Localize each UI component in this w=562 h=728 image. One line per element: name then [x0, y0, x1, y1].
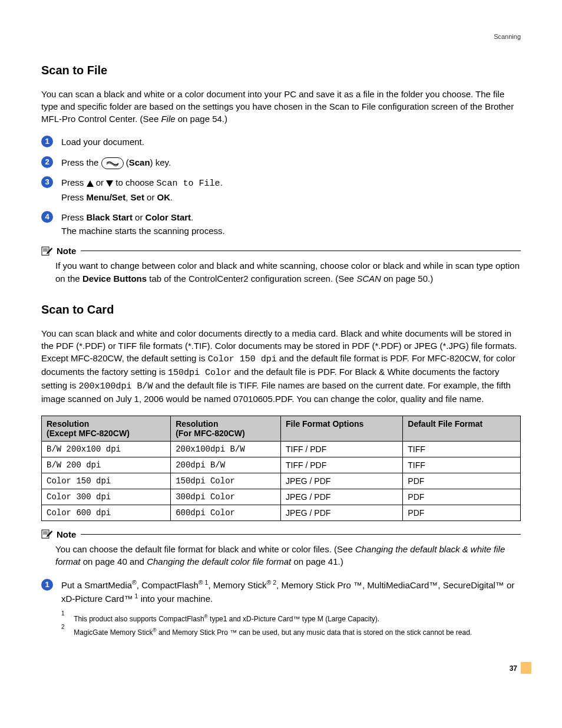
step-number-icon: 2 — [41, 156, 53, 168]
intro-link-file: File — [161, 114, 175, 124]
note-body: If you want to change between color and … — [55, 259, 521, 285]
step-1-text: Load your document. — [61, 137, 144, 147]
th1b: (Except MFC-820CW) — [47, 429, 130, 438]
step-number-icon: 1 — [41, 579, 53, 591]
step-3a-end: . — [220, 177, 223, 187]
table-header-3: File Format Options — [281, 416, 403, 441]
step-4a-end: . — [191, 212, 193, 222]
table-cell: JPEG / PDF — [281, 473, 403, 489]
table-cell: TIFF / PDF — [281, 441, 403, 457]
table-cell: PDF — [403, 489, 521, 505]
section-title-scan-to-card: Scan to Card — [41, 303, 521, 317]
step-3: 3 Press or to choose Scan to File. Press… — [41, 176, 521, 204]
resolution-table: Resolution (Except MFC-820CW) Resolution… — [41, 416, 521, 521]
note-pencil-icon — [41, 246, 53, 256]
fn1-post: type1 and xD-Picture Card™ type M (Large… — [208, 615, 379, 623]
fn2-pre: MagicGate Memory Stick — [74, 628, 153, 637]
card-note-mid: on page 40 and — [81, 556, 147, 566]
step-2-scan: Scan — [129, 157, 150, 167]
scan-key-icon — [101, 157, 124, 169]
footnotes: 1 This product also supports CompactFlas… — [61, 614, 521, 638]
note-body: You can choose the default file format f… — [55, 543, 521, 569]
table-cell: TIFF — [403, 457, 521, 473]
step-3b-2: Set — [131, 192, 144, 202]
cs1-post: into your machine. — [138, 594, 213, 604]
table-cell: 150dpi Color — [171, 473, 281, 489]
step-3b-3: OK — [157, 192, 171, 202]
fn1-pre: This product also supports CompactFlash — [74, 615, 204, 623]
th2a: Resolution — [176, 419, 218, 429]
step-1: 1 Load your document. — [41, 136, 521, 149]
page-number: 37 — [510, 664, 517, 673]
step-3a-pre: Press — [61, 177, 87, 187]
footnote-1: 1 This product also supports CompactFlas… — [61, 614, 521, 625]
table-row: B/W 200 dpi200dpi B/WTIFF / PDFTIFF — [42, 457, 521, 473]
table-cell: 600dpi Color — [171, 505, 281, 521]
cs1-sep1: , CompactFlash — [137, 580, 199, 590]
th1a: Resolution — [47, 419, 89, 429]
step-4a-2: Color Start — [146, 212, 191, 222]
table-header-2: Resolution (For MFC-820CW) — [171, 416, 281, 441]
table-header-1: Resolution (Except MFC-820CW) — [42, 416, 171, 441]
note-body-mid: tab of the ControlCenter2 configuration … — [147, 274, 356, 284]
scan-to-card-intro: You can scan black and white and color d… — [41, 327, 521, 405]
card-note-post: on page 41.) — [291, 556, 343, 566]
note-pencil-icon — [41, 529, 53, 539]
note-scan-to-card: Note You can choose the default file for… — [41, 529, 521, 569]
table-row: B/W 200x100 dpi200x100dpi B/WTIFF / PDFT… — [42, 441, 521, 457]
note-rule — [81, 534, 521, 535]
up-arrow-icon — [87, 180, 94, 187]
step-4a-1: Black Start — [87, 212, 133, 222]
page-number-tab — [521, 662, 531, 674]
table-cell: 200dpi B/W — [171, 457, 281, 473]
table-cell: 200x100dpi B/W — [171, 441, 281, 457]
table-cell: TIFF — [403, 441, 521, 457]
footnote-2: 2 MagicGate Memory Stick® and Memory Sti… — [61, 627, 521, 638]
card-note-link2: Changing the default color file format — [147, 556, 291, 566]
step-4b: The machine starts the scanning process. — [61, 226, 225, 236]
step-3a-post: to choose — [113, 177, 156, 187]
table-cell: Color 300 dpi — [42, 489, 171, 505]
step-3a-code: Scan to File — [157, 179, 220, 189]
note-scan-to-file: Note If you want to change between color… — [41, 246, 521, 285]
step-3b-c1: , — [125, 192, 130, 202]
step-4: 4 Press Black Start or Color Start. The … — [41, 211, 521, 238]
table-cell: TIFF / PDF — [281, 457, 403, 473]
step-3a-mid: or — [94, 177, 107, 187]
table-cell: B/W 200x100 dpi — [42, 441, 171, 457]
note-body-link: SCAN — [356, 274, 381, 284]
card-intro-code1: Color 150 dpi — [208, 354, 277, 364]
table-row: Color 600 dpi600dpi ColorJPEG / PDFPDF — [42, 505, 521, 521]
section-title-scan-to-file: Scan to File — [41, 64, 521, 77]
card-intro-code2: 150dpi Color — [168, 368, 232, 378]
cs1-sep2: , Memory Stick — [208, 580, 266, 590]
th2b: (For MFC-820CW) — [176, 429, 244, 438]
step-number-icon: 1 — [41, 136, 53, 147]
note-body-post: on page 50.) — [381, 274, 433, 284]
table-cell: B/W 200 dpi — [42, 457, 171, 473]
scan-to-file-intro: You can scan a black and white or a colo… — [41, 88, 521, 125]
intro-text: You can scan a black and white or a colo… — [41, 89, 514, 124]
table-cell: 300dpi Color — [171, 489, 281, 505]
cs1-fn2: 2 — [271, 579, 276, 586]
fn2-post: and Memory Stick Pro ™ can be used, but … — [157, 628, 472, 637]
step-2: 2 Press the (Scan) key. — [41, 156, 521, 170]
card-step1-text: Put a SmartMedia®, CompactFlash® 1, Memo… — [61, 580, 514, 604]
down-arrow-icon — [106, 180, 113, 187]
table-row: Color 150 dpi150dpi ColorJPEG / PDFPDF — [42, 473, 521, 489]
step-3b-c2: or — [144, 192, 157, 202]
step-3b-end: . — [170, 192, 173, 202]
note-label: Note — [57, 529, 76, 539]
step-number-icon: 3 — [41, 176, 53, 188]
table-row: Color 300 dpi300dpi ColorJPEG / PDFPDF — [42, 489, 521, 505]
card-intro-code3: 200x100dpi B/W — [78, 381, 153, 391]
intro-text-post: on page 54.) — [176, 114, 227, 124]
card-step-1: 1 Put a SmartMedia®, CompactFlash® 1, Me… — [41, 579, 521, 605]
table-cell: Color 150 dpi — [42, 473, 171, 489]
note-label: Note — [57, 246, 76, 256]
table-cell: JPEG / PDF — [281, 505, 403, 521]
step-4a-pre: Press — [61, 212, 87, 222]
step-4a-c: or — [133, 212, 146, 222]
step-2-post: ) key. — [150, 157, 171, 167]
table-header-4: Default File Format — [403, 416, 521, 441]
